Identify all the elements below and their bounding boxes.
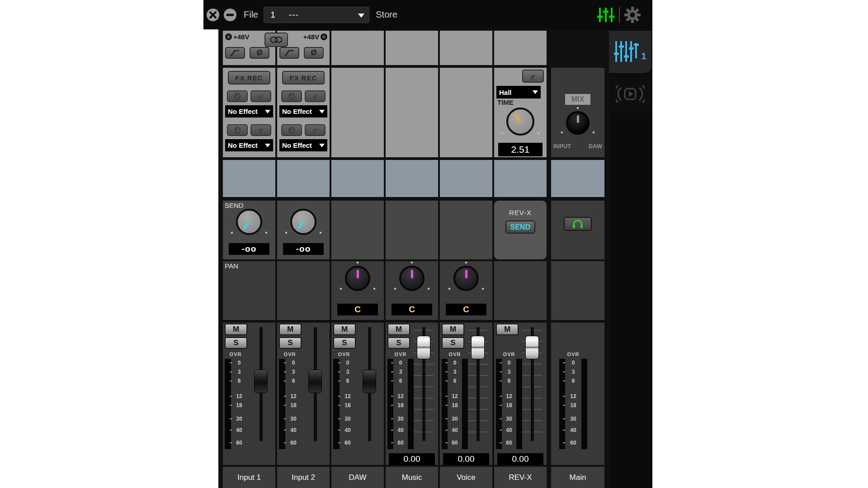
revx-type-dropdown[interactable]: Hall (496, 86, 541, 99)
input1-effect2-dropdown[interactable]: No Effect (225, 139, 273, 151)
tab-loopback[interactable] (609, 75, 651, 113)
channel-strip-voice: C M S OVR 0361218304060 (440, 29, 492, 488)
input2-fx1-comp-button[interactable] (281, 90, 302, 102)
input1-effect1-dropdown[interactable]: No Effect (225, 105, 273, 117)
input2-send-value[interactable]: -oo (283, 243, 324, 255)
music-mute-button[interactable]: M (387, 324, 410, 335)
input2-fader[interactable] (303, 324, 327, 453)
dspmixfx-window: File 1 --- Store (203, 0, 652, 488)
meter-scale-tick: 30 (448, 416, 462, 422)
music-fader-value[interactable]: 0.00 (389, 453, 435, 465)
input2-fader-handle[interactable] (308, 370, 322, 393)
meter-scale-tick: 3 (340, 369, 355, 375)
input1-fx-section: FX REC e No Effect (223, 68, 275, 157)
input2-effect1-dropdown[interactable]: No Effect (279, 105, 327, 117)
input1-fxrec-button[interactable]: FX REC (228, 71, 270, 84)
daw-mute-button[interactable]: M (333, 324, 356, 335)
channel-strip-input2: +48V Ø FX REC (277, 29, 330, 488)
voice-fader-value[interactable]: 0.00 (443, 453, 489, 465)
settings-gear-icon[interactable] (624, 6, 641, 23)
mixer-icon[interactable] (597, 6, 615, 23)
input1-send-value[interactable]: -oo (229, 243, 269, 255)
input1-fader[interactable] (249, 324, 273, 453)
file-select-dropdown[interactable]: 1 --- (264, 7, 369, 23)
input2-mute-button[interactable]: M (279, 324, 302, 335)
revx-fader[interactable] (520, 324, 544, 453)
revx-time-knob[interactable] (506, 108, 534, 136)
daw-fader[interactable] (358, 324, 381, 453)
channel-name: DAW (349, 473, 366, 482)
voice-mute-button[interactable]: M (442, 324, 464, 335)
input1-fx1-edit-button[interactable]: e (250, 90, 271, 102)
input1-fx2-edit-button[interactable]: e (250, 124, 271, 136)
input2-meter: OVR 0361218304060 (279, 352, 301, 449)
revx-time-value[interactable]: 2.51 (498, 143, 542, 156)
input2-solo-button[interactable]: S (279, 337, 302, 349)
meter-scale-tick: 6 (393, 378, 408, 384)
music-solo-button[interactable]: S (387, 337, 410, 349)
dropdown-arrow-icon (265, 144, 270, 147)
music-fader[interactable] (412, 324, 435, 453)
revx-edit-button[interactable]: e (522, 70, 544, 83)
revx-mute-button[interactable]: M (496, 324, 519, 335)
input1-fx1-comp-button[interactable] (227, 90, 248, 102)
meter-scale-tick: 18 (448, 402, 462, 408)
input1-mute-button[interactable]: M (225, 324, 247, 335)
input2-send-knob[interactable] (290, 209, 316, 235)
meter-scale-tick: 40 (286, 427, 301, 433)
main-pan-section (551, 261, 604, 320)
daw-pan-knob[interactable] (345, 266, 370, 291)
voice-fader-section: M S OVR 0361218304060 0.00 (440, 323, 492, 465)
close-button[interactable] (207, 9, 219, 21)
stereo-link-button[interactable] (264, 33, 288, 47)
titlebar-divider (619, 7, 620, 23)
meter-scale-tick: 6 (502, 378, 516, 384)
input2-fxrec-button[interactable]: FX REC (282, 71, 325, 84)
effect1-value: No Effect (228, 108, 258, 115)
music-pan-value[interactable]: C (392, 304, 432, 315)
close-icon (209, 11, 217, 19)
meter-scale-tick: 12 (232, 393, 246, 399)
voice-head-section (440, 31, 492, 65)
voice-solo-button[interactable]: S (442, 337, 464, 349)
daw-solo-button[interactable]: S (333, 337, 356, 349)
voice-fader[interactable] (466, 324, 490, 453)
voice-pan-value[interactable]: C (446, 304, 486, 315)
main-mix-knob[interactable] (566, 111, 590, 135)
pan-row-label: PAN (225, 262, 238, 270)
meter-scale-tick: 60 (340, 440, 355, 446)
revx-fader-value[interactable]: 0.00 (497, 453, 543, 465)
input2-effect2-dropdown[interactable]: No Effect (279, 139, 327, 151)
edit-icon: e (259, 125, 263, 135)
minimize-icon (226, 11, 234, 19)
knob-pointer (243, 221, 250, 230)
tab-mixer1[interactable]: 1 (609, 31, 651, 73)
input2-fx1-edit-button[interactable]: e (305, 90, 326, 102)
voice-fader-handle[interactable] (471, 336, 485, 359)
input2-phase-button[interactable]: Ø (304, 47, 324, 59)
daw-pan-value[interactable]: C (337, 304, 378, 315)
input1-hpf-button[interactable] (225, 47, 245, 59)
voice-pan-knob[interactable] (453, 266, 479, 291)
input2-fx2-comp-button[interactable] (281, 124, 302, 136)
input1-fader-handle[interactable] (254, 370, 268, 393)
input1-send-knob[interactable] (236, 209, 262, 235)
input2-fader-section: M S OVR 0361218304060 (277, 323, 330, 465)
ovr-label: OVR (442, 352, 468, 357)
store-button[interactable]: Store (376, 9, 397, 20)
music-pan-knob[interactable] (399, 266, 425, 291)
input1-solo-button[interactable]: S (225, 337, 247, 349)
daw-fader-handle[interactable] (363, 370, 376, 393)
channel-strips: +48V Ø FX REC (223, 29, 547, 488)
revx-send-button[interactable]: SEND (505, 221, 535, 234)
music-fx-section (386, 68, 438, 157)
revx-fader-handle[interactable] (525, 336, 539, 359)
daw-fader-section: M S OVR 0361218304060 (331, 323, 384, 465)
main-headphone-button[interactable] (564, 217, 592, 231)
input1-fx2-comp-button[interactable] (227, 124, 248, 136)
minimize-button[interactable] (224, 9, 236, 21)
music-fader-handle[interactable] (417, 336, 430, 359)
input2-hpf-button[interactable] (279, 47, 299, 59)
input2-fx2-edit-button[interactable]: e (305, 124, 326, 136)
input1-phase-button[interactable]: Ø (250, 47, 269, 59)
